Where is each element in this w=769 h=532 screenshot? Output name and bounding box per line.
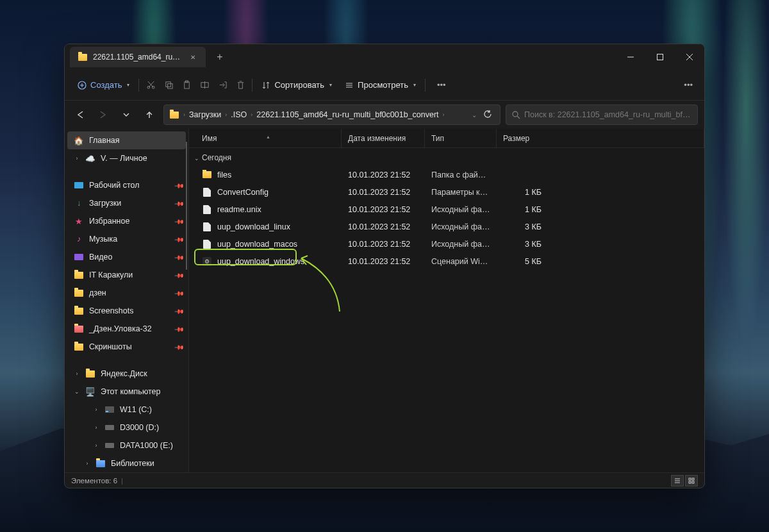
sidebar-quick-item[interactable]: Видео📌 <box>65 248 188 266</box>
file-row[interactable]: ConvertConfig10.01.2023 21:52Параметры к… <box>189 183 704 201</box>
new-tab-button[interactable]: + <box>210 47 230 67</box>
sidebar-item-label: Скриншоты <box>89 342 132 351</box>
toolbar: Создать▾ Сортировать▾ Просмотреть▾ ••• •… <box>65 70 704 101</box>
file-size: 1 КБ <box>497 188 548 197</box>
refresh-button[interactable] <box>481 110 495 121</box>
delete-button[interactable] <box>231 75 249 96</box>
file-row[interactable]: uup_download_linux10.01.2023 21:52Исходн… <box>189 218 704 235</box>
details-view-button[interactable] <box>671 475 684 486</box>
new-button[interactable]: Создать▾ <box>71 75 136 96</box>
chevron-right-icon[interactable]: › <box>74 155 80 162</box>
file-row[interactable]: readme.unix10.01.2023 21:52Исходный файл… <box>189 201 704 218</box>
address-bar[interactable]: › Загрузки › .ISO › 22621.1105_amd64_ru-… <box>163 104 500 125</box>
pin-icon: 📌 <box>174 180 185 190</box>
file-row[interactable]: uup_download_macos10.01.2023 21:52Исходн… <box>189 235 704 253</box>
file-name: uup_download_linux <box>217 222 290 231</box>
pin-icon: 📌 <box>174 234 185 244</box>
separator <box>252 79 252 92</box>
status-bar: Элементов: 6 | <box>65 472 704 488</box>
pin-icon: 📌 <box>174 252 185 262</box>
sidebar-drive[interactable]: ›D3000 (D:) <box>65 419 188 436</box>
chevron-right-icon[interactable]: › <box>84 460 90 467</box>
file-name: readme.unix <box>217 205 261 214</box>
chevron-right-icon[interactable]: › <box>74 370 80 377</box>
desktop-icon <box>74 180 84 190</box>
maximize-button[interactable] <box>645 44 675 70</box>
file-type: Папка с файлами <box>425 170 497 179</box>
file-name: uup_download_windows <box>217 257 304 266</box>
pin-icon: 📌 <box>174 342 185 352</box>
details-button[interactable]: ••• <box>679 75 698 96</box>
svg-line-21 <box>517 116 520 119</box>
pin-icon: 📌 <box>174 288 185 298</box>
sidebar-quick-item[interactable]: ♪Музыка📌 <box>65 230 188 248</box>
sidebar-drive[interactable]: ›DATA1000 (E:) <box>65 436 188 454</box>
folder-icon <box>95 458 106 469</box>
sidebar-item-label: _Дзен.Уловка-32 <box>89 324 152 333</box>
breadcrumb-item[interactable]: Загрузки <box>186 110 224 119</box>
group-header[interactable]: ⌄Сегодня <box>189 149 704 166</box>
pin-icon: 📌 <box>174 306 185 316</box>
chevron-down-icon[interactable]: ⌄ <box>74 388 80 395</box>
sidebar-home[interactable]: 🏠 Главная <box>67 131 186 149</box>
column-date[interactable]: Дата изменения <box>342 129 425 147</box>
close-button[interactable] <box>675 44 704 70</box>
forward-button[interactable] <box>94 106 112 124</box>
chevron-down-icon[interactable]: ⌄ <box>468 112 481 119</box>
drive-icon <box>104 404 115 415</box>
breadcrumb-item[interactable]: .ISO <box>228 110 249 119</box>
large-icons-view-button[interactable] <box>685 475 698 486</box>
up-button[interactable] <box>140 106 158 124</box>
sidebar-item-label: Избранное <box>89 217 129 226</box>
chevron-right-icon[interactable]: › <box>93 442 99 449</box>
sidebar-quick-item[interactable]: IT Каракули📌 <box>65 266 188 284</box>
column-type[interactable]: Тип <box>425 129 497 147</box>
recent-button[interactable] <box>117 106 135 124</box>
chevron-right-icon[interactable]: › <box>93 406 99 413</box>
file-type: Исходный файл SH <box>425 240 497 249</box>
folder-icon <box>78 52 88 62</box>
chevron-down-icon: ▾ <box>127 82 129 88</box>
sort-button[interactable]: Сортировать▾ <box>255 75 338 96</box>
sidebar-quick-item[interactable]: _Дзен.Уловка-32📌 <box>65 320 188 338</box>
copy-button[interactable] <box>160 75 178 96</box>
share-button[interactable] <box>213 75 231 96</box>
file-row[interactable]: uup_download_windows10.01.2023 21:52Сцен… <box>189 253 704 270</box>
chevron-down-icon: ▾ <box>413 82 416 88</box>
sidebar-quick-item[interactable]: Screenshots📌 <box>65 302 188 320</box>
sidebar-libraries[interactable]: › Библиотеки <box>65 454 188 472</box>
sidebar-drive[interactable]: ›W11 (C:) <box>65 401 188 419</box>
minimize-button[interactable] <box>616 44 645 70</box>
sidebar-quick-item[interactable]: Рабочий стол📌 <box>65 176 188 194</box>
sidebar-quick-item[interactable]: Скриншоты📌 <box>65 338 188 356</box>
sidebar-yandex-disk[interactable]: › Яндекс.Диск <box>65 365 188 383</box>
svg-rect-28 <box>692 481 694 483</box>
sidebar-quick-item[interactable]: ↓Загрузки📌 <box>65 194 188 212</box>
file-size: 3 КБ <box>497 222 548 231</box>
back-button[interactable] <box>71 106 89 124</box>
sidebar-this-pc[interactable]: ⌄ 🖥️ Этот компьютер <box>65 383 188 401</box>
home-icon: 🏠 <box>74 135 84 145</box>
breadcrumb-item[interactable]: 22621.1105_amd64_ru-ru_multi_bf0c001b_co… <box>254 110 441 119</box>
paste-button[interactable] <box>178 75 195 96</box>
close-tab-icon[interactable]: ✕ <box>188 52 198 62</box>
sidebar-item-label: Рабочий стол <box>89 181 139 190</box>
tab-current[interactable]: 22621.1105_amd64_ru-ru_mu ✕ <box>70 47 206 67</box>
sidebar-quick-item[interactable]: дзен📌 <box>65 284 188 302</box>
search-input[interactable]: Поиск в: 22621.1105_amd64_ru-ru_multi_bf… <box>506 104 698 125</box>
chevron-right-icon[interactable]: › <box>93 424 99 431</box>
pin-icon: 📌 <box>174 270 185 280</box>
file-row[interactable]: files10.01.2023 21:52Папка с файлами <box>189 166 704 183</box>
column-size[interactable]: Размер <box>497 129 704 147</box>
file-date: 10.01.2023 21:52 <box>342 222 425 231</box>
pin-icon: 📌 <box>174 216 185 226</box>
more-button[interactable]: ••• <box>431 75 452 96</box>
sidebar-onedrive[interactable]: › ☁️ V. — Личное <box>65 149 188 167</box>
cut-button[interactable] <box>142 75 160 96</box>
column-name[interactable]: Имя <box>189 129 342 147</box>
folder-icon <box>74 270 84 280</box>
rename-button[interactable] <box>195 75 213 96</box>
drive-label: DATA1000 (E:) <box>120 441 173 450</box>
view-button[interactable]: Просмотреть▾ <box>338 75 422 96</box>
sidebar-quick-item[interactable]: ★Избранное📌 <box>65 212 188 230</box>
